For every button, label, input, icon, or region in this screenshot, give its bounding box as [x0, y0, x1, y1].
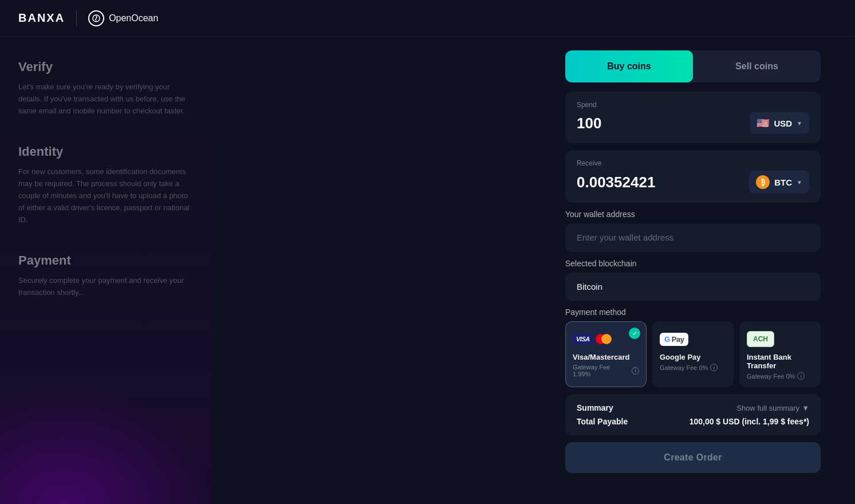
openocean-logo: OpenOcean	[88, 10, 158, 26]
buy-sell-toggle: Buy coins Sell coins	[565, 50, 821, 82]
check-badge-visa: ✓	[629, 328, 640, 339]
identity-title: Identity	[18, 144, 194, 159]
show-full-summary-button[interactable]: Show full summary ▼	[736, 404, 809, 412]
openocean-icon	[88, 10, 104, 26]
verify-title: Verify	[18, 60, 194, 74]
sell-coins-button[interactable]: Sell coins	[693, 50, 821, 82]
payment-method-label: Payment method	[565, 308, 821, 317]
sidebar-step-identity: Identity For new customers, some identif…	[18, 144, 194, 226]
visa-mc-name: Visa/Mastercard	[573, 353, 639, 361]
summary-total-row: Total Payable 100,00 $ USD (incl. 1,99 $…	[577, 417, 809, 426]
blockchain-label: Selected blockchain	[565, 259, 821, 268]
receive-label: Receive	[577, 159, 809, 167]
gpay-name: Google Pay	[660, 353, 726, 361]
usd-label: USD	[774, 119, 792, 128]
receive-card: Receive ₿ BTC ▼	[565, 150, 821, 203]
banxa-logo: BANXA	[18, 11, 65, 25]
payment-desc: Securely complete your payment and recei…	[18, 275, 194, 299]
gpay-pay: Pay	[672, 335, 684, 344]
create-order-button[interactable]: Create Order	[565, 442, 821, 473]
identity-desc: For new customers, some identification d…	[18, 166, 194, 226]
total-payable-value: 100,00 $ USD (incl. 1,99 $ fees*)	[689, 417, 809, 426]
summary-section: Summary Show full summary ▼ Total Payabl…	[565, 394, 821, 435]
payment-visa-mc[interactable]: ✓ VISA Visa/Mastercard Gateway Fee 1.99%…	[565, 321, 647, 387]
receive-input[interactable]	[577, 174, 691, 191]
gpay-fee: Gateway Fee 0% i	[660, 364, 726, 371]
header: BANXA OpenOcean	[0, 0, 855, 37]
mc-circle-orange	[601, 334, 612, 344]
ach-icon-row: ACH	[747, 330, 813, 348]
gpay-g: G	[664, 335, 670, 344]
us-flag-icon: 🇺🇸	[757, 117, 769, 129]
widget-container: Buy coins Sell coins Spend 🇺🇸 USD ▼ Rece…	[565, 50, 821, 473]
main-layout: Verify Let's make sure you're ready by v…	[0, 37, 855, 504]
show-full-chevron-icon: ▼	[802, 404, 809, 412]
ach-logo-icon: ACH	[747, 331, 774, 347]
ach-name: Instant Bank Transfer	[747, 353, 813, 370]
wallet-address-input[interactable]	[577, 233, 809, 242]
receive-row: ₿ BTC ▼	[577, 171, 809, 194]
btc-chevron-icon: ▼	[797, 179, 802, 186]
ach-fee-info-icon[interactable]: i	[797, 372, 805, 380]
spend-card: Spend 🇺🇸 USD ▼	[565, 92, 821, 143]
openocean-label: OpenOcean	[109, 13, 158, 23]
spend-input[interactable]	[577, 115, 691, 132]
header-divider	[76, 10, 77, 26]
usd-selector[interactable]: 🇺🇸 USD ▼	[750, 112, 809, 134]
verify-desc: Let's make sure you're ready by verifyin…	[18, 81, 194, 117]
blockchain-card: Bitcoin	[565, 273, 821, 301]
visa-logo-icon: VISA	[573, 334, 593, 344]
buy-coins-button[interactable]: Buy coins	[565, 50, 693, 82]
blockchain-value: Bitcoin	[577, 282, 602, 292]
btc-icon: ₿	[756, 175, 770, 189]
usd-chevron-icon: ▼	[797, 120, 802, 127]
payment-title: Payment	[18, 253, 194, 268]
payment-ach[interactable]: ACH Instant Bank Transfer Gateway Fee 0%…	[739, 321, 821, 387]
mastercard-logo-icon	[596, 334, 612, 344]
gpay-icon-row: G Pay	[660, 330, 726, 348]
gpay-logo-icon: G Pay	[660, 333, 688, 346]
spend-row: 🇺🇸 USD ▼	[577, 112, 809, 134]
total-payable-key: Total Payable	[577, 417, 628, 426]
btc-label: BTC	[774, 178, 792, 187]
sidebar: Verify Let's make sure you're ready by v…	[0, 37, 212, 504]
spend-label: Spend	[577, 101, 809, 109]
btc-selector[interactable]: ₿ BTC ▼	[749, 171, 809, 194]
summary-title: Summary	[577, 403, 613, 412]
payment-google-pay[interactable]: G Pay Google Pay Gateway Fee 0% i	[652, 321, 734, 387]
wallet-input-card	[565, 223, 821, 252]
summary-header: Summary Show full summary ▼	[577, 403, 809, 412]
sidebar-step-payment: Payment Securely complete your payment a…	[18, 253, 194, 299]
payment-methods-row: ✓ VISA Visa/Mastercard Gateway Fee 1.99%…	[565, 321, 821, 387]
right-panel: Buy coins Sell coins Spend 🇺🇸 USD ▼ Rece…	[212, 37, 855, 504]
payment-section: Payment method ✓ VISA Visa/Mastercard	[565, 308, 821, 387]
ach-fee: Gateway Fee 0% i	[747, 372, 813, 380]
visa-mc-fee: Gateway Fee 1.99% i	[573, 364, 639, 377]
gpay-fee-info-icon[interactable]: i	[710, 364, 718, 371]
visa-fee-info-icon[interactable]: i	[632, 367, 639, 375]
sidebar-step-verify: Verify Let's make sure you're ready by v…	[18, 60, 194, 117]
wallet-section-label: Your wallet address	[565, 210, 821, 219]
